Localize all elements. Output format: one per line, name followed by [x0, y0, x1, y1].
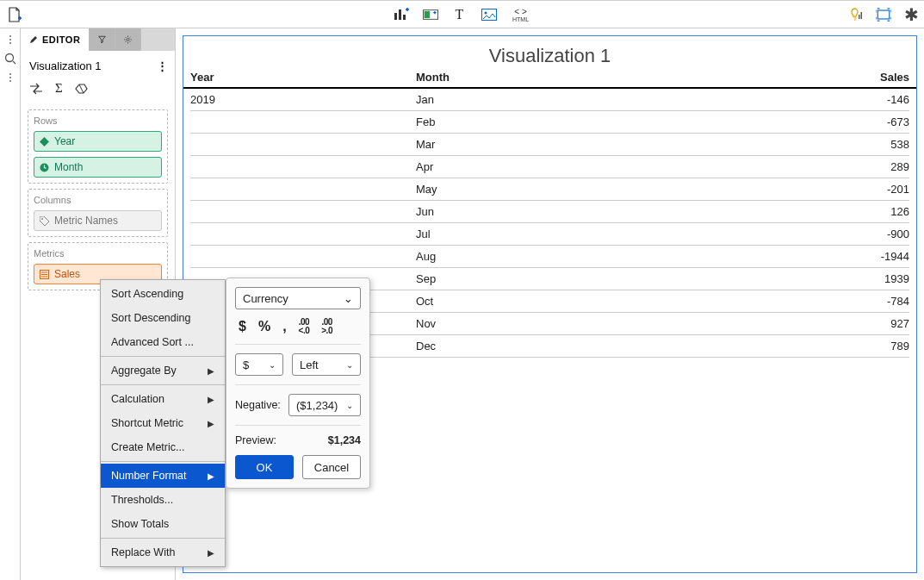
cancel-button[interactable]: Cancel [302, 455, 361, 479]
col-header-month[interactable]: Month [416, 71, 832, 84]
preview-label: Preview: [235, 434, 276, 446]
cell-month: Feb [416, 115, 832, 128]
cell-sales: -146 [832, 93, 909, 106]
cell-sales: 789 [832, 340, 909, 352]
svg-point-6 [484, 11, 487, 14]
new-page-icon[interactable] [7, 7, 22, 22]
search-icon[interactable] [4, 53, 16, 65]
columns-dropzone[interactable]: Columns Metric Names [28, 189, 168, 237]
chevron-right-icon: ▶ [208, 366, 214, 376]
drag-handle-icon[interactable] [9, 73, 11, 82]
ctx-adv-sort[interactable]: Advanced Sort ... [101, 330, 225, 354]
format-comma-icon[interactable]: , [282, 320, 286, 334]
svg-rect-8 [861, 12, 863, 19]
cell-month: Jul [416, 228, 832, 240]
pill-year[interactable]: Year [34, 131, 162, 152]
cell-year [190, 160, 416, 173]
add-image-icon[interactable] [481, 7, 497, 22]
ok-button[interactable]: OK [235, 455, 294, 479]
cell-month: Apr [416, 160, 832, 173]
chevron-right-icon: ▶ [208, 471, 214, 481]
svg-rect-7 [859, 15, 860, 19]
cell-year [190, 115, 416, 128]
cell-sales: -784 [832, 295, 909, 308]
ctx-sort-desc[interactable]: Sort Descending [101, 306, 225, 330]
drag-handle-icon[interactable] [9, 35, 11, 44]
cell-year [190, 250, 416, 263]
table-row: Feb-673 [190, 111, 909, 134]
table-row: 2019Jan-146 [190, 89, 909, 111]
svg-rect-1 [399, 9, 401, 20]
cell-year [190, 205, 416, 218]
ctx-shortcut-metric[interactable]: Shortcut Metric▶ [101, 411, 225, 435]
ctx-create-metric[interactable]: Create Metric... [101, 435, 225, 459]
cell-month: Jun [416, 205, 832, 218]
increase-decimals-icon[interactable]: .00>.0 [321, 318, 332, 335]
cell-month: Jan [416, 93, 832, 106]
ctx-number-format[interactable]: Number Format▶ [101, 464, 225, 488]
chevron-right-icon: ▶ [208, 419, 214, 428]
ctx-thresholds[interactable]: Thresholds... [101, 488, 225, 512]
add-html-icon[interactable]: < > HTML [511, 7, 531, 22]
cell-sales: 538 [832, 138, 909, 151]
format-dollar-icon[interactable]: $ [239, 320, 246, 334]
grid-header: Year Month Sales [183, 71, 916, 89]
ctx-show-totals[interactable]: Show Totals [101, 512, 225, 536]
format-type-select[interactable]: Currency⌄ [235, 287, 361, 309]
svg-rect-2 [403, 15, 406, 20]
cell-year [190, 183, 416, 196]
filter-tab[interactable] [90, 28, 115, 51]
ctx-calculation[interactable]: Calculation▶ [101, 387, 225, 411]
cell-sales: 126 [832, 205, 909, 218]
clock-icon [40, 163, 49, 172]
asterisk-icon[interactable]: ✱ [903, 7, 919, 22]
chevron-right-icon: ▶ [208, 395, 214, 404]
currency-symbol-select[interactable]: $⌄ [235, 353, 283, 376]
add-chart-icon[interactable] [394, 7, 409, 22]
add-text-icon[interactable]: T [452, 7, 468, 22]
chevron-down-icon: ⌄ [344, 292, 353, 305]
cell-sales: -900 [832, 228, 909, 240]
cell-sales: 927 [832, 317, 909, 330]
symbol-position-select[interactable]: Left⌄ [292, 353, 361, 376]
viz-title: Visualization 1 [183, 36, 916, 71]
cell-sales: -201 [832, 183, 909, 196]
svg-point-11 [127, 39, 129, 41]
table-row: Apr289 [190, 156, 909, 178]
chevron-down-icon: ⌄ [346, 360, 353, 370]
settings-tab[interactable] [115, 28, 141, 51]
table-row: Jul-900 [190, 223, 909, 246]
ctx-aggregate-by[interactable]: Aggregate By▶ [101, 359, 225, 383]
format-percent-icon[interactable]: % [258, 320, 270, 334]
swap-axes-icon[interactable] [29, 83, 43, 95]
pill-metric-names[interactable]: Metric Names [34, 210, 162, 231]
gear-icon [124, 34, 132, 45]
chevron-down-icon: ⌄ [269, 360, 276, 370]
sigma-icon[interactable]: Σ [55, 81, 63, 96]
rows-label: Rows [34, 115, 162, 126]
svg-rect-0 [394, 13, 397, 20]
left-rail [0, 28, 21, 580]
pill-month[interactable]: Month [34, 157, 162, 178]
viz-name-label: Visualization 1 [29, 59, 102, 72]
cell-month: Sep [416, 272, 832, 285]
svg-point-10 [5, 54, 13, 62]
insight-icon[interactable] [848, 7, 864, 22]
col-header-sales[interactable]: Sales [832, 71, 909, 84]
responsive-layout-icon[interactable] [876, 7, 891, 22]
decrease-decimals-icon[interactable]: .00<.0 [299, 318, 310, 335]
metric-context-menu: Sort Ascending Sort Descending Advanced … [100, 279, 226, 567]
col-header-year[interactable]: Year [190, 71, 416, 84]
viz-more-icon[interactable]: ⋮ [157, 59, 168, 72]
eraser-icon[interactable] [75, 84, 88, 94]
ctx-sort-asc[interactable]: Sort Ascending [101, 282, 225, 306]
metrics-label: Metrics [34, 248, 162, 259]
add-container-icon[interactable] [423, 7, 438, 22]
diamond-icon [40, 137, 49, 147]
negative-format-select[interactable]: ($1,234)⌄ [288, 394, 361, 416]
cell-sales: 289 [832, 160, 909, 173]
editor-tab[interactable]: EDITOR [21, 28, 90, 51]
tag-icon [40, 216, 49, 226]
rows-dropzone[interactable]: Rows Year Month [28, 109, 168, 184]
ctx-replace-with[interactable]: Replace With▶ [101, 540, 225, 564]
